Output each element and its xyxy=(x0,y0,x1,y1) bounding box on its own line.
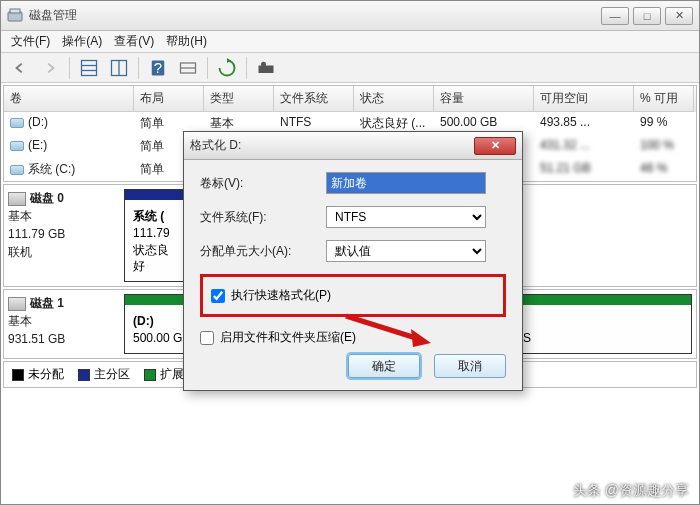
watermark: 头条 @资源趣分享 xyxy=(573,482,689,500)
separator xyxy=(69,57,70,79)
partition-bar xyxy=(125,190,183,200)
ok-button[interactable]: 确定 xyxy=(348,354,420,378)
refresh-icon[interactable] xyxy=(216,57,238,79)
col-type[interactable]: 类型 xyxy=(204,86,274,112)
minimize-button[interactable]: — xyxy=(601,7,629,25)
menu-action[interactable]: 操作(A) xyxy=(62,33,102,50)
compress-label: 启用文件和文件夹压缩(E) xyxy=(220,329,356,346)
col-volume[interactable]: 卷 xyxy=(4,86,134,112)
swatch-extended xyxy=(144,369,156,381)
window-titlebar: 磁盘管理 — □ ✕ xyxy=(1,1,699,31)
window-title: 磁盘管理 xyxy=(29,7,601,24)
disk-icon xyxy=(8,192,26,206)
partition[interactable]: 系统 ( 111.79 状态良好 xyxy=(124,189,184,282)
filesystem-select[interactable]: NTFS xyxy=(326,206,486,228)
svg-rect-2 xyxy=(82,60,97,75)
disk-info: 磁盘 1 基本 931.51 GB xyxy=(8,294,118,354)
volume-label-input[interactable] xyxy=(326,172,486,194)
format-dialog: 格式化 D: ✕ 卷标(V): 文件系统(F): NTFS 分配单元大小(A):… xyxy=(183,131,523,391)
col-free[interactable]: 可用空间 xyxy=(534,86,634,112)
col-fs[interactable]: 文件系统 xyxy=(274,86,354,112)
col-layout[interactable]: 布局 xyxy=(134,86,204,112)
menu-bar: 文件(F) 操作(A) 查看(V) 帮助(H) xyxy=(1,31,699,53)
separator xyxy=(207,57,208,79)
col-pct[interactable]: % 可用 xyxy=(634,86,694,112)
label-allocation: 分配单元大小(A): xyxy=(200,243,326,260)
menu-file[interactable]: 文件(F) xyxy=(11,33,50,50)
quick-format-label: 执行快速格式化(P) xyxy=(231,287,331,304)
view-list-icon[interactable] xyxy=(78,57,100,79)
menu-help[interactable]: 帮助(H) xyxy=(166,33,207,50)
disk-icon xyxy=(8,297,26,311)
separator xyxy=(138,57,139,79)
label-filesystem: 文件系统(F): xyxy=(200,209,326,226)
close-window-button[interactable]: ✕ xyxy=(665,7,693,25)
col-status[interactable]: 状态 xyxy=(354,86,434,112)
swatch-primary xyxy=(78,369,90,381)
cancel-button[interactable]: 取消 xyxy=(434,354,506,378)
swatch-unallocated xyxy=(12,369,24,381)
svg-rect-11 xyxy=(259,65,274,73)
svg-point-12 xyxy=(261,61,266,66)
svg-rect-1 xyxy=(10,9,20,13)
disk-info: 磁盘 0 基本 111.79 GB 联机 xyxy=(8,189,118,282)
forward-button[interactable] xyxy=(39,57,61,79)
quick-format-highlight: 执行快速格式化(P) xyxy=(200,274,506,317)
svg-text:?: ? xyxy=(154,59,162,76)
help-icon[interactable]: ? xyxy=(147,57,169,79)
menu-view[interactable]: 查看(V) xyxy=(114,33,154,50)
table-header: 卷 布局 类型 文件系统 状态 容量 可用空间 % 可用 xyxy=(4,86,696,112)
dialog-close-button[interactable]: ✕ xyxy=(474,137,516,155)
dialog-titlebar: 格式化 D: ✕ xyxy=(184,132,522,160)
properties-icon[interactable] xyxy=(177,57,199,79)
view-detail-icon[interactable] xyxy=(108,57,130,79)
volume-icon xyxy=(10,141,24,151)
back-button[interactable] xyxy=(9,57,31,79)
toolbar: ? xyxy=(1,53,699,83)
compress-checkbox[interactable] xyxy=(200,331,214,345)
dialog-title: 格式化 D: xyxy=(190,137,474,154)
label-volume: 卷标(V): xyxy=(200,175,326,192)
volume-icon xyxy=(10,165,24,175)
maximize-button[interactable]: □ xyxy=(633,7,661,25)
allocation-select[interactable]: 默认值 xyxy=(326,240,486,262)
quick-format-checkbox[interactable] xyxy=(211,289,225,303)
col-capacity[interactable]: 容量 xyxy=(434,86,534,112)
separator xyxy=(246,57,247,79)
app-icon xyxy=(7,8,23,24)
volume-icon xyxy=(10,118,24,128)
settings-icon[interactable] xyxy=(255,57,277,79)
